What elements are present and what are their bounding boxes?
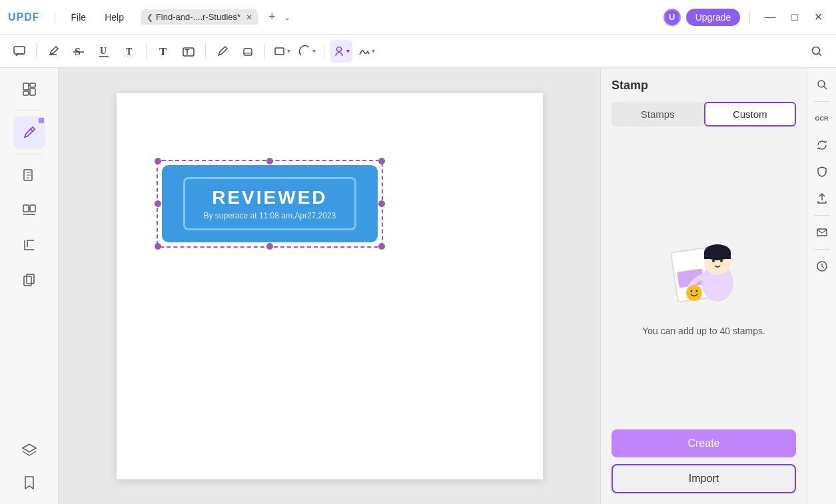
sidebar-item-organize[interactable] xyxy=(13,194,45,226)
svg-text:U: U xyxy=(100,46,107,56)
protect-button[interactable] xyxy=(811,160,833,183)
stamp-on-page[interactable]: REVIEWED By superace at 11:08 am,Apr27,2… xyxy=(157,160,384,248)
handle-tc[interactable] xyxy=(266,158,273,164)
strikethrough-tool-button[interactable]: S xyxy=(67,40,90,63)
svg-rect-17 xyxy=(23,83,29,90)
comment-tool-button[interactable] xyxy=(8,40,31,63)
import-button[interactable]: Import xyxy=(612,464,796,493)
handle-bc[interactable] xyxy=(266,243,273,250)
toolbar-sep-5 xyxy=(324,43,324,59)
svg-text:T: T xyxy=(185,49,189,56)
handle-ml[interactable] xyxy=(155,200,161,207)
eraser-tool-button[interactable] xyxy=(236,40,259,63)
handle-br[interactable] xyxy=(378,243,385,250)
content-area: REVIEWED By superace at 11:08 am,Apr27,2… xyxy=(59,68,600,504)
sidebar-item-pages[interactable] xyxy=(13,160,45,192)
sidebar-item-layers[interactable] xyxy=(13,432,45,464)
svg-text:T: T xyxy=(159,45,167,58)
titlebar-sep-2 xyxy=(749,11,750,24)
sidebar-item-copy[interactable] xyxy=(13,264,45,296)
titlebar-sep-1 xyxy=(55,11,55,24)
share-button[interactable] xyxy=(811,187,833,210)
svg-rect-11 xyxy=(244,49,252,55)
svg-rect-23 xyxy=(23,205,29,212)
tab-add-button[interactable]: + xyxy=(268,10,276,24)
panel-buttons: Create Import xyxy=(612,429,796,493)
svg-point-15 xyxy=(813,47,820,54)
panel-tabs: Stamps Custom xyxy=(612,102,796,126)
sidebar-item-crop[interactable] xyxy=(13,229,45,261)
pdf-page: REVIEWED By superace at 11:08 am,Apr27,2… xyxy=(117,93,543,479)
svg-rect-0 xyxy=(14,47,25,54)
search-right-button[interactable] xyxy=(811,73,833,96)
svg-rect-13 xyxy=(275,48,284,55)
toolbar-sep-2 xyxy=(146,43,147,59)
convert-button[interactable] xyxy=(811,134,833,156)
maximize-button[interactable]: □ xyxy=(786,11,803,23)
tab-custom[interactable]: Custom xyxy=(704,102,797,126)
shape-dropdown-icon[interactable]: ▾ xyxy=(287,47,290,55)
svg-line-16 xyxy=(819,53,822,56)
svg-line-21 xyxy=(30,128,33,132)
tab-chevron-icon[interactable]: ❮ xyxy=(147,13,153,22)
app-logo: UPDF xyxy=(8,11,40,23)
underline-tool-button[interactable]: U xyxy=(93,40,115,63)
stamp-border: REVIEWED By superace at 11:08 am,Apr27,2… xyxy=(183,177,357,230)
search-button[interactable] xyxy=(805,40,828,63)
tab-dropdown-icon[interactable]: ⌄ xyxy=(284,13,290,22)
tab-stamps[interactable]: Stamps xyxy=(612,102,704,126)
illustration-area: You can add up to 40 stamps. xyxy=(612,137,796,424)
svg-rect-20 xyxy=(30,89,35,95)
textbox-tool-button[interactable]: T xyxy=(177,40,200,63)
stamp-dropdown-icon[interactable]: ▾ xyxy=(346,47,350,55)
minimize-button[interactable]: — xyxy=(759,11,781,23)
avatar[interactable]: U xyxy=(663,9,681,26)
signature-dropdown-icon[interactable]: ▾ xyxy=(372,47,375,55)
file-menu[interactable]: File xyxy=(65,9,93,25)
active-dot xyxy=(39,118,44,123)
arc-dropdown-icon[interactable]: ▾ xyxy=(312,47,316,55)
handle-bl[interactable] xyxy=(155,243,161,250)
sidebar-item-bookmark[interactable] xyxy=(13,467,45,499)
handle-mr[interactable] xyxy=(378,200,385,207)
create-button[interactable]: Create xyxy=(612,429,796,457)
ocr-button[interactable]: OCR xyxy=(811,107,833,130)
pen-tool-button[interactable] xyxy=(211,40,234,63)
svg-rect-27 xyxy=(24,276,31,286)
close-button[interactable]: ✕ xyxy=(809,11,828,23)
svg-point-35 xyxy=(720,260,723,262)
shape-tool-button[interactable]: ▾ xyxy=(270,40,293,63)
toolbar: S U T T T ▾ ▾ ▾ ▾ xyxy=(0,35,836,68)
handle-tl[interactable] xyxy=(155,158,161,164)
handle-tr[interactable] xyxy=(378,158,385,164)
svg-text:T: T xyxy=(126,47,133,57)
svg-rect-18 xyxy=(23,91,29,95)
sidebar-sep-2 xyxy=(16,154,43,154)
upgrade-button[interactable]: Upgrade xyxy=(686,9,741,26)
tab-label[interactable]: Find-and-....r-Studies* xyxy=(156,12,240,22)
custom-stamp-illustration xyxy=(657,223,751,316)
stamp-tool-button[interactable]: ▾ xyxy=(330,40,352,63)
save-history-button[interactable] xyxy=(811,255,833,278)
svg-point-38 xyxy=(695,290,697,292)
text-tool-button[interactable]: T xyxy=(152,40,175,63)
svg-rect-24 xyxy=(30,205,35,212)
help-menu[interactable]: Help xyxy=(98,9,131,25)
sidebar-item-view[interactable] xyxy=(13,73,45,105)
svg-rect-26 xyxy=(27,274,34,284)
left-sidebar xyxy=(0,68,59,504)
signature-tool-button[interactable]: ▾ xyxy=(355,40,378,63)
strikethrough2-tool-button[interactable]: T xyxy=(118,40,141,63)
highlight-tool-button[interactable] xyxy=(42,40,65,63)
svg-rect-33 xyxy=(704,252,731,259)
stamp-panel: Stamp Stamps Custom xyxy=(600,68,807,504)
tab-area: ❮ Find-and-....r-Studies* ✕ xyxy=(141,9,258,25)
svg-point-37 xyxy=(690,290,692,292)
email-button[interactable] xyxy=(811,221,833,244)
arc-tool-button[interactable]: ▾ xyxy=(296,40,318,63)
svg-rect-19 xyxy=(30,83,35,87)
tab-close-icon[interactable]: ✕ xyxy=(246,13,252,22)
svg-point-14 xyxy=(337,47,342,51)
stamp-selection-box: REVIEWED By superace at 11:08 am,Apr27,2… xyxy=(157,160,384,248)
svg-point-34 xyxy=(712,260,715,262)
